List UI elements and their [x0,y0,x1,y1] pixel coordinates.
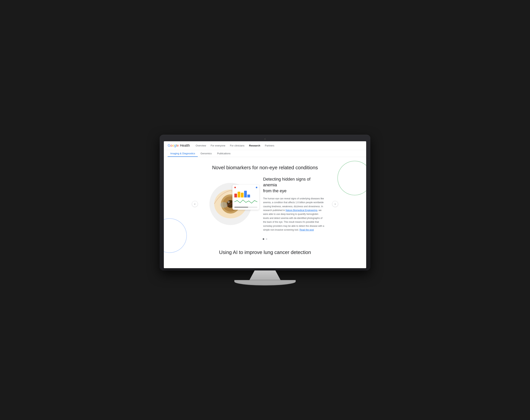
logo-letter-g2: g [174,144,176,147]
slide-heading: Detecting hidden signs of anemia from th… [263,176,324,194]
nav-for-clinicians[interactable]: For clinicians [230,144,245,147]
logo-letter-o2: o [172,144,174,147]
logo-google-text: Google [168,144,179,148]
slide-prev-button[interactable]: ‹ [192,201,198,207]
subnav-genomics[interactable]: Genomics [198,150,214,157]
slide-indicators [164,236,366,244]
subnav-publications[interactable]: Publications [214,150,233,157]
nav-research[interactable]: Research [249,144,260,147]
nature-link[interactable]: Nature Biomedical Engineering [285,209,317,212]
svg-point-6 [220,202,228,208]
logo-letter-g: G [168,144,170,147]
section-2-title: Using AI to improve lung cancer detectio… [164,244,366,259]
content-area: Novel biomarkers for non-eye related con… [164,157,366,268]
chart-bar-2 [238,192,240,197]
sub-navbar: Imaging & Diagnostics Genomics Publicati… [164,150,366,157]
monitor: Google Health Overview For everyone For … [160,135,370,285]
logo[interactable]: Google Health [168,144,190,148]
chart-bar-4 [244,191,247,197]
slide-illustration [206,183,255,225]
monitor-stand-neck [248,270,282,280]
nav-overview[interactable]: Overview [196,144,206,147]
read-post-link[interactable]: Read the post [299,228,314,231]
navbar: Google Health Overview For everyone For … [164,141,366,150]
logo-letter-e: e [177,144,179,147]
chart-header [234,187,257,188]
monitor-bezel: Google Health Overview For everyone For … [160,135,370,270]
indicator-1[interactable] [263,238,264,240]
monitor-stand-base [234,280,296,285]
nav-for-everyone[interactable]: For everyone [211,144,225,147]
logo-letter-o1: o [170,144,172,147]
svg-point-5 [227,201,230,203]
slide-text-area: Detecting hidden signs of anemia from th… [263,176,324,232]
chart-bar-3 [241,193,244,197]
chart-progress-fill [234,207,248,208]
chart-dot-blue [256,187,257,188]
chart-progress-track [234,207,257,208]
slide-next-button[interactable]: › [332,201,338,207]
chart-bar-1 [234,194,237,197]
logo-health-text: Health [180,144,190,148]
section-1-title: Novel biomarkers for non-eye related con… [164,157,366,176]
monitor-screen: Google Health Overview For everyone For … [164,141,366,268]
monitor-camera-dot [264,138,266,140]
slide-area: ‹ [164,176,366,236]
chart-bar-5 [247,195,250,197]
nav-links: Overview For everyone For clinicians Res… [196,144,274,147]
subnav-imaging[interactable]: Imaging & Diagnostics [168,150,198,157]
slide-heading-part1: Detecting hidden signs [263,177,306,181]
slide-paragraph: The human eye can reveal signs of underl… [263,197,324,232]
indicator-2[interactable] [266,238,267,240]
slide-heading-part3: from the eye [263,188,286,193]
nav-partners[interactable]: Partners [265,144,274,147]
chart-overlay [232,185,259,210]
chart-dot-red [234,187,236,188]
chart-bars [234,190,257,197]
chart-wave-svg [234,199,257,205]
